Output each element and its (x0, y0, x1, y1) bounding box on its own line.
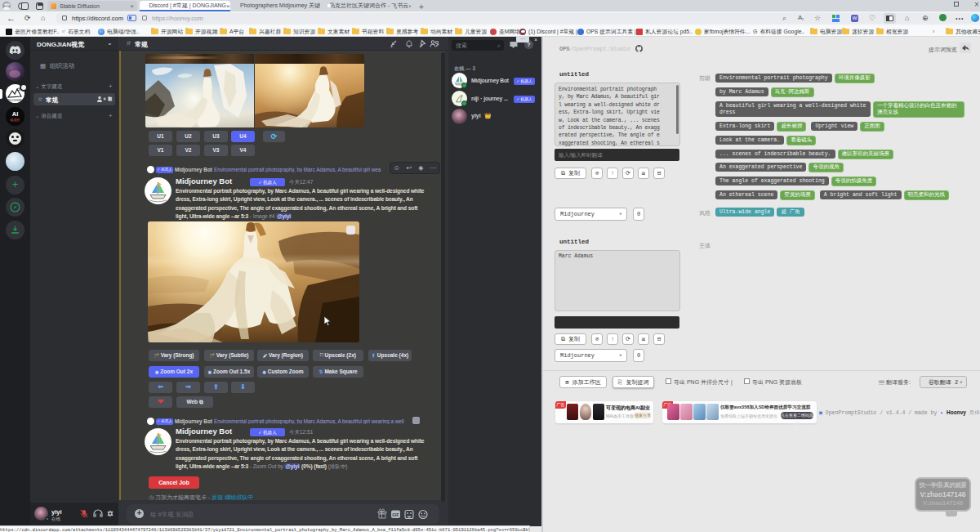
svg-text:GIF: GIF (392, 512, 399, 517)
